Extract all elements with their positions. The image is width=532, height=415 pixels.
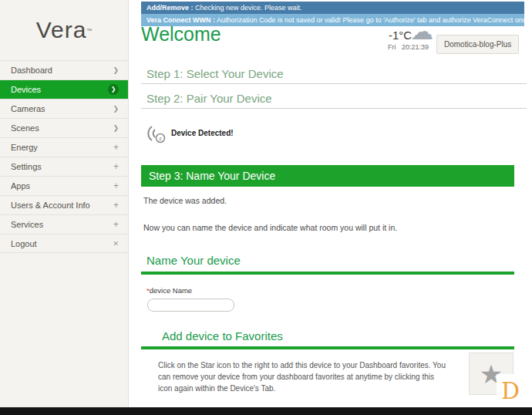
favorites-instruction-text: Click on the Star icon to the right to a… — [158, 359, 450, 394]
sidebar-item-dashboard[interactable]: Dashboard ❯ — [0, 60, 128, 79]
sidebar-item-energy[interactable]: Energy + — [0, 137, 128, 157]
step3-heading-bar: Step 3: Name Your Device — [141, 165, 514, 187]
divider — [141, 83, 527, 84]
plus-icon: + — [113, 142, 119, 153]
sidebar-item-settings[interactable]: Settings + — [0, 157, 128, 176]
sidebar-item-devices[interactable]: Devices ❯ — [0, 79, 128, 99]
green-divider-bar — [141, 346, 514, 349]
device-added-text: The device was added. — [143, 196, 227, 205]
divider — [141, 108, 527, 109]
step1-heading: Step 1: Select Your Device — [146, 67, 284, 80]
vera-app-window: Vera™ Dashboard ❯ Devices ❯ Cameras ❯ Sc… — [0, 0, 532, 415]
sidebar-item-label: Settings — [11, 162, 42, 171]
sidebar-item-label: Cameras — [11, 104, 45, 113]
vera-logo: Vera™ — [0, 0, 128, 60]
chevron-right-icon: ❯ — [113, 105, 119, 113]
step2-heading: Step 2: Pair Your Device — [146, 92, 272, 105]
plus-icon: + — [113, 219, 119, 230]
banner-text: Authorization Code is not saved or valid… — [215, 16, 524, 24]
vera-logo-text: Vera — [36, 17, 87, 43]
name-device-heading: Name Your device — [146, 254, 241, 267]
page-title: Welcome — [141, 23, 221, 46]
overlay-letter-box: D — [497, 374, 524, 407]
sidebar-item-users-account-info[interactable]: Users & Account Info + — [0, 195, 128, 214]
favorites-heading: Add device to Favorites — [162, 329, 283, 342]
plus-icon: + — [113, 200, 119, 211]
chevron-right-icon: ❯ — [113, 124, 119, 132]
sidebar-item-cameras[interactable]: Cameras ❯ — [0, 99, 128, 118]
sidebar-item-label: Logout — [11, 239, 37, 248]
cloud-icon: ☁ — [410, 18, 433, 45]
zwave-letter: z — [159, 135, 162, 142]
zwave-device-icon: z — [145, 123, 168, 143]
unit-selector-button[interactable]: Domotica-blog-Plus — [436, 35, 519, 54]
chevron-right-icon: ❯ — [113, 66, 119, 74]
sidebar-item-logout[interactable]: Logout ✕ — [0, 234, 128, 253]
step3-heading: Step 3: Name Your Device — [149, 170, 275, 182]
sidebar-item-label: Devices — [11, 85, 41, 94]
sidebar-item-label: Services — [11, 220, 43, 229]
sidebar-menu: Dashboard ❯ Devices ❯ Cameras ❯ Scenes ❯… — [0, 60, 128, 253]
name-device-instruction: Now you can name the device and indicate… — [143, 223, 397, 232]
device-name-input[interactable] — [147, 299, 234, 312]
close-icon: ✕ — [113, 240, 119, 248]
device-name-label: *device Name — [146, 286, 192, 295]
trademark-symbol: ™ — [86, 28, 92, 33]
sidebar-item-services[interactable]: Services + — [0, 214, 128, 234]
clock-time: 20:21:39 — [402, 43, 429, 51]
sidebar-item-scenes[interactable]: Scenes ❯ — [0, 118, 128, 137]
plus-icon: + — [113, 161, 119, 172]
sidebar: Vera™ Dashboard ❯ Devices ❯ Cameras ❯ Sc… — [0, 0, 129, 407]
sidebar-item-label: Energy — [11, 143, 38, 152]
banner-add-remove-message: Add/Remove : Checking new device. Please… — [141, 2, 524, 14]
sidebar-item-apps[interactable]: Apps + — [0, 176, 128, 195]
sidebar-item-label: Dashboard — [11, 66, 52, 75]
green-divider-bar — [141, 272, 514, 275]
weather-day: Fri — [388, 43, 396, 51]
sidebar-item-label: Apps — [11, 181, 30, 191]
device-detected-text: Device Detected! — [171, 129, 234, 137]
banner-text: Checking new device. Please wait. — [194, 4, 302, 12]
overlay-letter: D — [501, 377, 520, 404]
sidebar-item-label: Users & Account Info — [11, 201, 90, 210]
banner-label: Add/Remove : — [146, 4, 194, 12]
temperature-value: -1°C — [389, 29, 412, 42]
plus-icon: + — [113, 181, 119, 191]
chevron-right-circle-icon: ❯ — [108, 84, 119, 95]
sidebar-item-label: Scenes — [11, 123, 39, 133]
bottom-bar — [0, 407, 532, 415]
